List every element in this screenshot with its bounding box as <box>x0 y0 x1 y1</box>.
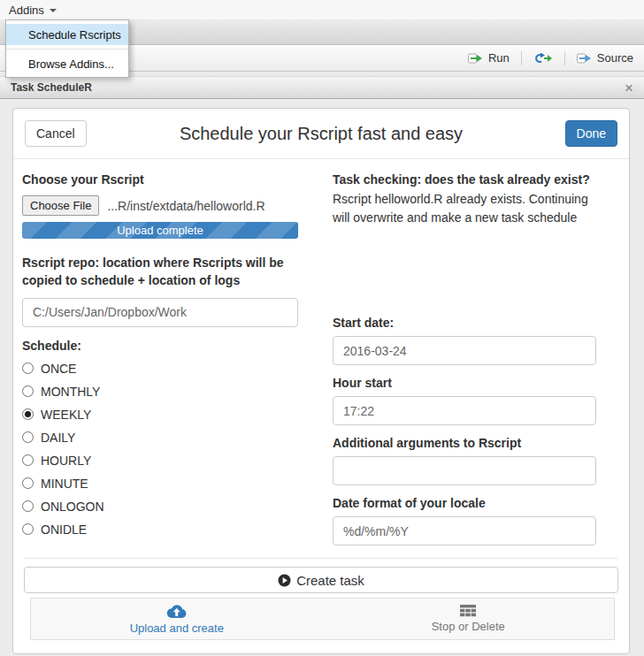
tab-upload-and-create[interactable]: Upload and create <box>31 599 323 639</box>
create-task-button[interactable]: Create task <box>24 567 618 593</box>
source-button[interactable]: Source <box>573 50 637 66</box>
viewer-pane-header: Task ScheduleR × <box>0 76 644 99</box>
table-icon <box>460 605 476 618</box>
radio-option-onidle[interactable]: ONIDLE <box>22 523 298 537</box>
create-task-label: Create task <box>296 573 364 588</box>
run-button-label: Run <box>488 51 510 65</box>
menu-bar: Addins <box>0 0 644 19</box>
radio-option-monthly[interactable]: MONTHLY <box>22 385 298 399</box>
start-date-label: Start date: <box>333 316 596 330</box>
radio-icon[interactable] <box>22 523 34 535</box>
tab-label: Stop or Delete <box>432 620 505 633</box>
choose-file-button[interactable]: Choose File <box>22 195 99 216</box>
play-circle-icon <box>278 574 291 587</box>
radio-icon[interactable] <box>22 431 34 443</box>
hour-start-label: Hour start <box>333 376 596 390</box>
radio-option-label: ONIDLE <box>41 523 87 537</box>
radio-icon[interactable] <box>22 477 34 489</box>
addins-menu-button[interactable]: Addins <box>9 0 57 19</box>
radio-option-weekly[interactable]: WEEKLY <box>22 408 298 422</box>
close-icon[interactable]: × <box>625 80 633 95</box>
radio-option-label: MONTHLY <box>41 385 100 399</box>
choose-rscript-label: Choose your Rscript <box>22 172 298 187</box>
radio-option-daily[interactable]: DAILY <box>22 431 298 445</box>
rscript-repo-label: Rscript repo: location where Rscripts wi… <box>22 254 298 290</box>
radio-option-label: WEEKLY <box>41 408 91 422</box>
dialog-title: Schedule your Rscript fast and easy <box>104 124 538 144</box>
radio-icon[interactable] <box>22 454 34 466</box>
radio-option-label: DAILY <box>41 431 75 445</box>
hour-start-input[interactable] <box>333 396 596 425</box>
rerun-icon <box>533 52 553 64</box>
tab-stop-or-delete[interactable]: Stop or Delete <box>323 599 615 639</box>
task-checking-text: Rscript helloworld.R already exists. Con… <box>333 190 596 227</box>
toolbar-separator <box>564 51 565 65</box>
cancel-button[interactable]: Cancel <box>25 120 87 147</box>
addins-dropdown-menu: Schedule Rscripts Browse Addins... <box>5 19 129 78</box>
additional-args-label: Additional arguments to Rscript <box>333 436 596 450</box>
run-button[interactable]: Run <box>464 50 513 66</box>
right-column: Task checking: does the task already exi… <box>333 168 596 545</box>
date-format-label: Date format of your locale <box>333 496 596 510</box>
radio-icon[interactable] <box>22 500 34 512</box>
schedule-label: Schedule: <box>22 339 298 353</box>
create-task-row: Create task <box>24 558 618 593</box>
radio-option-once[interactable]: ONCE <box>22 362 298 376</box>
pane-title: Task ScheduleR <box>11 81 92 94</box>
radio-option-label: HOURLY <box>41 454 91 468</box>
rerun-button[interactable] <box>530 50 556 65</box>
upload-progress-bar: Upload complete <box>22 222 298 239</box>
date-format-input[interactable] <box>333 516 596 545</box>
caret-down-icon <box>50 9 57 12</box>
toolbar-separator <box>521 51 522 65</box>
file-upload-row: Choose File ...R/inst/extdata/helloworld… <box>22 195 298 216</box>
menu-separator <box>6 49 128 50</box>
menu-item-schedule-rscripts[interactable]: Schedule Rscripts <box>6 24 128 45</box>
radio-option-label: MINUTE <box>41 477 88 491</box>
dialog-header: Cancel Schedule your Rscript fast and ea… <box>13 109 629 159</box>
task-scheduler-dialog: Cancel Schedule your Rscript fast and ea… <box>12 108 630 654</box>
task-checking-title: Task checking: does the task already exi… <box>333 172 596 187</box>
tab-label: Upload and create <box>130 622 224 635</box>
radio-option-minute[interactable]: MINUTE <box>22 477 298 491</box>
radio-option-label: ONLOGON <box>41 500 104 514</box>
source-icon <box>577 53 593 64</box>
cloud-upload-icon <box>165 603 188 620</box>
done-button[interactable]: Done <box>565 120 617 147</box>
addins-menu-label: Addins <box>9 4 44 17</box>
radio-icon[interactable] <box>22 385 34 397</box>
radio-icon[interactable] <box>22 362 34 374</box>
run-icon <box>468 53 484 64</box>
radio-option-hourly[interactable]: HOURLY <box>22 454 298 468</box>
menu-item-browse-addins[interactable]: Browse Addins... <box>6 53 128 74</box>
selected-file-name: ...R/inst/extdata/helloworld.R <box>107 199 264 213</box>
footer-tabstrip: Upload and create Stop or Delete <box>30 598 615 640</box>
start-date-input[interactable] <box>333 336 596 365</box>
dialog-body: Choose your Rscript Choose File ...R/ins… <box>13 159 629 545</box>
radio-option-label: ONCE <box>41 362 76 376</box>
additional-args-input[interactable] <box>333 456 596 485</box>
radio-icon[interactable] <box>22 408 34 420</box>
left-column: Choose your Rscript Choose File ...R/ins… <box>22 168 298 545</box>
radio-option-onlogon[interactable]: ONLOGON <box>22 500 298 514</box>
rscript-repo-input[interactable] <box>22 298 298 327</box>
source-button-label: Source <box>597 51 633 65</box>
